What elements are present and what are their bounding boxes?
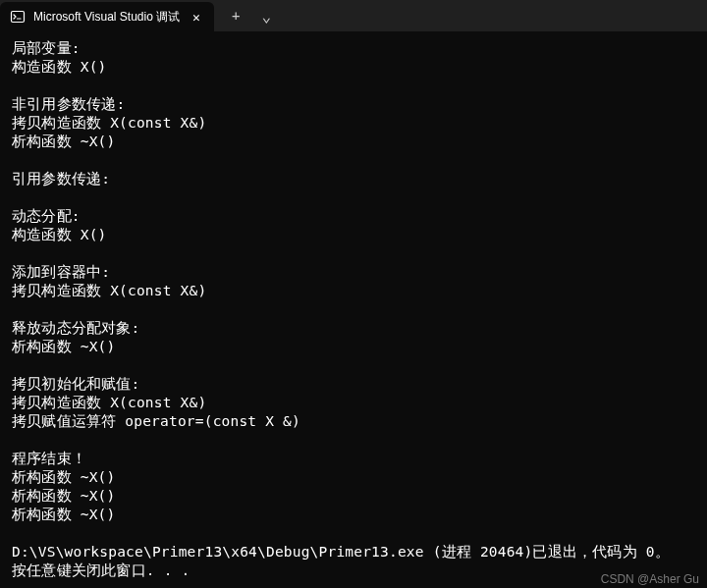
svg-rect-0 xyxy=(12,12,25,23)
active-tab[interactable]: Microsoft Visual Studio 调试 ✕ xyxy=(0,2,214,31)
tab-title: Microsoft Visual Studio 调试 xyxy=(33,9,181,26)
title-actions: + ⌄ xyxy=(214,0,271,31)
tab-dropdown-button[interactable]: ⌄ xyxy=(261,7,271,26)
new-tab-button[interactable]: + xyxy=(232,8,240,24)
close-icon[interactable]: ✕ xyxy=(189,9,204,25)
watermark: CSDN @Asher Gu xyxy=(601,572,699,586)
terminal-output: 局部变量: 构造函数 X() 非引用参数传递: 拷贝构造函数 X(const X… xyxy=(0,31,707,588)
title-bar: Microsoft Visual Studio 调试 ✕ + ⌄ xyxy=(0,0,707,31)
terminal-icon xyxy=(10,9,26,25)
